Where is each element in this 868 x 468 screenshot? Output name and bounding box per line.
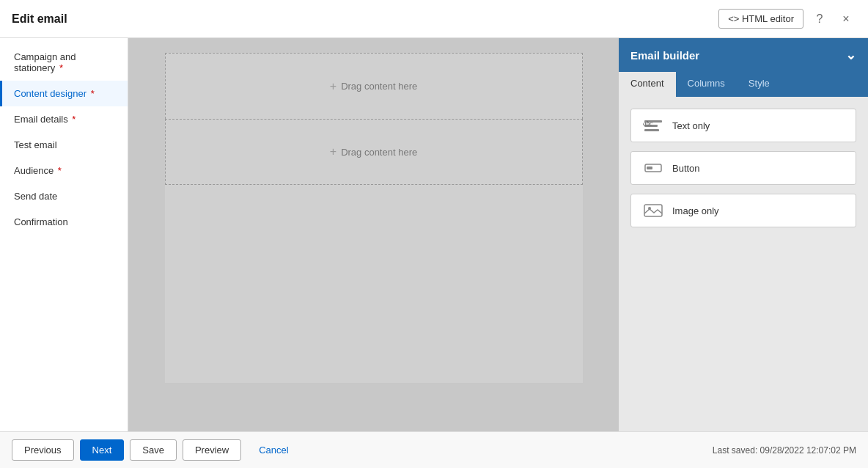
content-item-button[interactable]: Button [630,151,856,185]
right-panel: Email builder ⌄ Content Columns Style [619,38,868,431]
preview-button[interactable]: Preview [183,439,241,461]
close-icon: × [842,12,849,26]
plus-icon-1: + [330,80,336,93]
email-builder-title: Email builder [630,49,699,62]
email-canvas: + Drag content here + Drag content here [165,53,583,383]
sidebar-item-label: Send date [14,191,57,202]
email-builder-header: Email builder ⌄ [619,38,868,72]
required-indicator: * [88,88,95,99]
bottom-bar: Previous Next Save Preview Cancel Last s… [0,431,868,468]
required-indicator: * [56,62,63,73]
button-icon [641,159,665,177]
page-title: Edit email [12,12,67,26]
help-button[interactable]: ? [809,9,830,29]
sidebar-item-test-email[interactable]: Test email [0,132,128,158]
sidebar-item-email-details[interactable]: Email details * [0,106,128,132]
chevron-down-icon[interactable]: ⌄ [845,47,856,63]
last-saved-text: Last saved: 09/28/2022 12:07:02 PM [713,445,856,456]
sidebar-item-label: Test email [14,139,57,150]
sidebar-item-label: Email details [14,114,68,125]
sidebar-item-content-designer[interactable]: Content designer * [0,81,128,106]
drop-zone-1-label: Drag content here [341,81,417,92]
content-item-button-label: Button [672,163,700,174]
drop-zone-2-label: Drag content here [341,147,417,158]
sidebar-item-audience[interactable]: Audience * [0,158,128,183]
main-layout: Campaign and stationery * Content design… [0,38,868,431]
tab-style[interactable]: Style [737,72,781,97]
image-only-icon [641,202,665,219]
content-item-text-only[interactable]: abc Text only [630,109,856,142]
top-bar: Edit email <> HTML editor ? × [0,0,868,38]
content-item-image-only-label: Image only [672,205,719,216]
top-bar-actions: <> HTML editor ? × [718,9,856,29]
drop-zone-1[interactable]: + Drag content here [165,53,583,119]
html-editor-button[interactable]: <> HTML editor [718,9,803,29]
next-button[interactable]: Next [80,439,125,461]
tab-columns[interactable]: Columns [676,72,737,97]
canvas-area: + Drag content here + Drag content here [128,38,619,431]
sidebar-item-label: Campaign and stationery [14,51,76,73]
tab-content-label: Content [630,78,664,89]
tab-content[interactable]: Content [619,72,676,97]
cancel-button[interactable]: Cancel [247,440,300,460]
svg-text:abc: abc [643,120,652,127]
content-item-image-only[interactable]: Image only [630,194,856,227]
drop-zone-2[interactable]: + Drag content here [165,119,583,185]
sidebar-item-campaign[interactable]: Campaign and stationery * [0,44,128,81]
sidebar: Campaign and stationery * Content design… [0,38,128,431]
required-indicator: * [55,165,62,176]
sidebar-item-send-date[interactable]: Send date [0,183,128,209]
right-panel-content: abc Text only Button [619,97,868,431]
tab-columns-label: Columns [688,78,725,89]
sidebar-item-label: Confirmation [14,216,68,227]
text-only-icon: abc [641,117,665,134]
sidebar-item-label: Audience [14,165,54,176]
save-button[interactable]: Save [130,439,177,461]
tab-style-label: Style [749,78,770,89]
sidebar-item-label: Content designer [14,88,87,99]
content-item-text-only-label: Text only [672,120,710,131]
right-panel-tabs: Content Columns Style [619,72,868,97]
sidebar-item-confirmation[interactable]: Confirmation [0,209,128,235]
close-button[interactable]: × [836,9,856,29]
previous-button[interactable]: Previous [12,439,74,461]
required-indicator: * [70,114,76,125]
svg-rect-5 [647,167,652,169]
svg-rect-2 [644,129,659,131]
plus-icon-2: + [330,145,336,158]
help-icon: ? [817,12,823,26]
